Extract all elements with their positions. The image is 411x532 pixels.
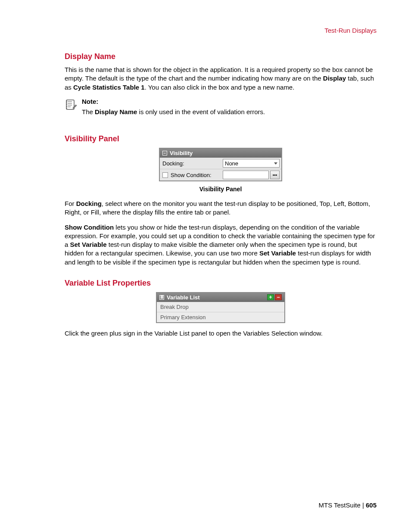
note-label: Note: xyxy=(82,98,265,105)
docking-paragraph: For Docking, select where on the monitor… xyxy=(65,199,377,217)
text: The xyxy=(82,108,95,115)
heading-variable-list: Variable List Properties xyxy=(65,279,377,288)
chevron-down-icon xyxy=(274,162,277,165)
page-category: Test-Run Displays xyxy=(65,27,377,34)
heading-display-name: Display Name xyxy=(65,52,377,61)
variable-list-title: Variable List xyxy=(167,294,200,301)
note-body: The Display Name is only used in the eve… xyxy=(82,108,265,116)
svg-point-5 xyxy=(66,106,67,107)
svg-point-4 xyxy=(66,104,67,105)
footer-product: MTS TestSuite xyxy=(318,501,360,509)
variable-list-body: Break Drop Primary Extension xyxy=(157,302,284,322)
text-bold: Set Variable xyxy=(70,241,107,248)
docking-row: Docking: None xyxy=(160,158,281,169)
variable-list-header[interactable]: ≣ Variable List + − xyxy=(157,293,284,302)
docking-label: Docking: xyxy=(160,158,221,169)
show-condition-row: Show Condition: ••• xyxy=(160,169,281,180)
docking-value: None xyxy=(225,160,238,167)
note-block: Note: The Display Name is only used in t… xyxy=(65,98,377,122)
visibility-panel-body: Docking: None Show Condition: ••• xyxy=(160,158,281,180)
list-item[interactable]: Primary Extension xyxy=(157,312,284,322)
text: . You can also click in the box and type… xyxy=(145,84,295,91)
show-condition-label: Show Condition: xyxy=(171,172,212,178)
svg-point-6 xyxy=(66,108,67,109)
text-bold: Display Name xyxy=(95,108,137,115)
text: is only used in the event of validation … xyxy=(137,108,265,115)
text: For xyxy=(65,200,76,207)
footer-sep: | xyxy=(361,501,366,509)
docking-dropdown[interactable]: None xyxy=(223,159,280,168)
text-bold: Set Variable xyxy=(259,249,296,257)
collapse-icon[interactable]: − xyxy=(162,151,167,156)
text-bold: Cycle Statistics Table 1 xyxy=(73,84,145,91)
add-variable-button[interactable]: + xyxy=(267,294,274,300)
visibility-panel-header[interactable]: − Visibility xyxy=(160,149,281,158)
variable-list-panel: ≣ Variable List + − Break Drop Primary E… xyxy=(156,292,285,323)
remove-variable-button[interactable]: − xyxy=(275,294,282,300)
text-bold: Display xyxy=(323,75,346,82)
page-footer: MTS TestSuite | 605 xyxy=(318,501,377,509)
text-bold: Docking xyxy=(76,200,102,207)
display-name-paragraph: This is the name that is shown for the o… xyxy=(65,65,377,92)
visibility-panel-caption: Visibility Panel xyxy=(65,186,377,193)
visibility-panel-title: Visibility xyxy=(170,150,193,156)
show-condition-field[interactable] xyxy=(223,171,269,179)
text-bold: Show Condition xyxy=(65,224,114,231)
show-condition-paragraph: Show Condition lets you show or hide the… xyxy=(65,223,377,267)
heading-visibility-panel: Visibility Panel xyxy=(65,134,377,143)
visibility-panel: − Visibility Docking: None Show Conditio… xyxy=(159,148,282,181)
note-icon xyxy=(65,99,78,113)
list-icon: ≣ xyxy=(159,295,164,300)
show-condition-browse-button[interactable]: ••• xyxy=(270,171,280,179)
list-item[interactable]: Break Drop xyxy=(157,302,284,312)
text: , select where on the monitor you want t… xyxy=(65,200,370,216)
show-condition-checkbox[interactable] xyxy=(162,172,168,178)
svg-point-3 xyxy=(66,103,67,103)
footer-page-number: 605 xyxy=(366,501,377,509)
svg-point-2 xyxy=(66,101,67,102)
variable-list-paragraph: Click the green plus sign in the Variabl… xyxy=(65,329,377,338)
